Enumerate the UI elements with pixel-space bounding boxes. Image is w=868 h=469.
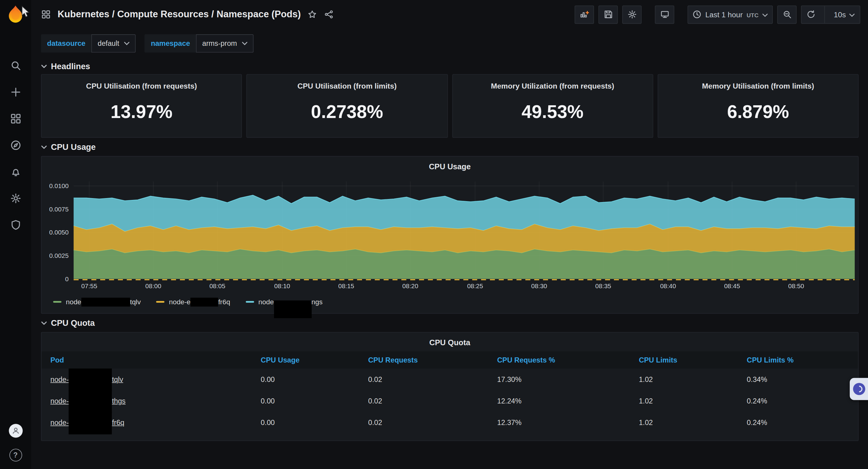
variable-label: namespace — [145, 34, 196, 53]
redaction-box — [81, 297, 130, 306]
panel-title[interactable]: CPU Usage — [41, 162, 858, 171]
pod-name-suffix: tqlv — [112, 375, 123, 383]
user-avatar[interactable] — [8, 424, 23, 438]
variable-value-dropdown[interactable]: arms-prom — [196, 34, 253, 53]
topbar: Kubernetes / Compute Resources / Namespa… — [31, 0, 868, 29]
divider — [824, 6, 825, 23]
pod-link[interactable]: node-thgs — [51, 397, 126, 405]
redaction-box — [191, 297, 218, 306]
chevron-down-icon — [763, 10, 768, 19]
server-admin-shield-icon[interactable] — [10, 219, 21, 230]
column-header-cpu-requests[interactable]: CPU Requests — [359, 351, 488, 369]
svg-text:08:05: 08:05 — [209, 282, 225, 289]
column-header-cpu-limits[interactable]: CPU Limits % — [738, 351, 858, 369]
add-panel-button[interactable] — [575, 5, 594, 23]
grafana-logo-icon[interactable] — [6, 5, 25, 23]
pod-link[interactable]: node-tqlv — [51, 375, 123, 383]
table-cell: 0.34% — [738, 369, 858, 390]
section-header-cpu-quota[interactable]: CPU Quota — [41, 314, 859, 331]
svg-text:0.0025: 0.0025 — [49, 252, 69, 259]
refresh-interval-picker[interactable]: 10s — [829, 6, 860, 23]
redaction-box — [69, 412, 112, 434]
redaction-box — [69, 369, 112, 392]
explore-compass-icon[interactable] — [10, 139, 21, 151]
cpu-usage-chart-panel: CPU Usage 07:5508:0008:0508:1008:1508:20… — [41, 156, 859, 314]
column-header-pod[interactable]: Pod — [41, 351, 252, 369]
legend-item-ngs[interactable]: nodengs — [246, 297, 322, 306]
configuration-gear-icon[interactable] — [10, 193, 21, 204]
pod-name-suffix: thgs — [112, 397, 126, 405]
time-range-picker[interactable]: Last 1 hour UTC — [688, 5, 773, 23]
stat-value: 6.879% — [727, 86, 789, 137]
table-cell: 17.30% — [488, 369, 630, 390]
cpu-quota-table-panel: CPU Quota PodCPU UsageCPU RequestsCPU Re… — [41, 332, 859, 441]
grafana-dashboard: ? Kubernetes / Compute Resources / Names… — [0, 0, 868, 469]
table-cell: 1.02 — [630, 412, 738, 433]
svg-text:0.0075: 0.0075 — [49, 206, 69, 213]
legend-series-suffix: fr6q — [218, 298, 230, 306]
refresh-button[interactable] — [802, 6, 820, 23]
table-cell: 0.02 — [359, 390, 488, 412]
chart-legend: nodetqlvnode-efr6qnodengs — [53, 297, 322, 306]
dashboards-icon[interactable] — [10, 113, 21, 124]
alerting-bell-icon[interactable] — [10, 166, 21, 178]
pod-link[interactable]: node-fr6q — [51, 418, 124, 427]
legend-series-color — [156, 301, 164, 303]
legend-series-prefix: node — [258, 298, 274, 306]
create-plus-icon[interactable] — [10, 87, 21, 98]
svg-text:08:20: 08:20 — [402, 282, 418, 289]
table-cell: 0.00 — [252, 412, 359, 433]
legend-series-prefix: node — [66, 298, 81, 306]
extension-overlay-button[interactable] — [850, 378, 868, 400]
share-icon[interactable] — [324, 9, 334, 20]
column-header-cpu-limits[interactable]: CPU Limits — [630, 351, 738, 369]
refresh-group: 10s — [801, 5, 860, 23]
dashboard-settings-button[interactable] — [622, 5, 642, 23]
legend-item-fr6q[interactable]: node-efr6q — [156, 297, 230, 306]
cpu-usage-chart[interactable]: 07:5508:0008:0508:1008:1508:2008:2508:30… — [41, 157, 858, 313]
section-header-cpu-usage[interactable]: CPU Usage — [41, 138, 859, 155]
table-header-row: PodCPU UsageCPU RequestsCPU Requests %CP… — [41, 351, 858, 369]
legend-series-color — [53, 301, 61, 303]
cpu-quota-table: PodCPU UsageCPU RequestsCPU Requests %CP… — [41, 351, 858, 433]
svg-text:08:25: 08:25 — [467, 282, 483, 289]
table-cell: 0.00 — [252, 390, 359, 412]
variable-value-dropdown[interactable]: default — [92, 34, 136, 53]
refresh-interval-label: 10s — [834, 10, 846, 19]
pod-name-prefix: node- — [51, 418, 69, 427]
svg-text:08:35: 08:35 — [595, 282, 611, 289]
column-header-cpu-usage[interactable]: CPU Usage — [252, 351, 359, 369]
table-cell: 0.24% — [738, 412, 858, 433]
variable-value: arms-prom — [202, 39, 237, 48]
zoom-out-button[interactable] — [777, 5, 797, 23]
dashboard-grid-icon[interactable] — [41, 9, 51, 20]
panel-title[interactable]: CPU Quota — [41, 338, 858, 347]
column-header-cpu-requests[interactable]: CPU Requests % — [488, 351, 630, 369]
stat-value: 49.53% — [521, 86, 583, 137]
tv-mode-button[interactable] — [655, 5, 674, 23]
stat-panel-cpu-util-requests: CPU Utilisation (from requests) 13.97% — [41, 74, 242, 138]
svg-text:08:15: 08:15 — [338, 282, 354, 289]
table-cell: 0.24% — [738, 390, 858, 412]
sidebar: ? — [0, 0, 31, 469]
variable-datasource: datasource default — [41, 34, 136, 53]
legend-item-tqlv[interactable]: nodetqlv — [53, 297, 141, 306]
legend-series-suffix: ngs — [311, 298, 322, 306]
search-icon[interactable] — [10, 60, 21, 71]
table-cell: 0.02 — [359, 369, 488, 390]
stat-value: 0.2738% — [311, 86, 383, 137]
stat-value: 13.97% — [111, 86, 173, 137]
variable-namespace: namespace arms-prom — [145, 34, 254, 53]
section-title: CPU Quota — [51, 318, 95, 327]
stat-panel-cpu-util-limits: CPU Utilisation (from limits) 0.2738% — [246, 74, 448, 138]
svg-text:0.0050: 0.0050 — [49, 229, 69, 236]
svg-text:0.0100: 0.0100 — [49, 182, 69, 189]
variable-value: default — [98, 39, 119, 48]
help-icon[interactable]: ? — [9, 449, 22, 461]
redaction-box — [274, 300, 311, 318]
legend-series-suffix: tqlv — [130, 298, 141, 306]
table-row: node-tqlv0.000.0217.30%1.020.34% — [41, 369, 858, 390]
section-header-headlines[interactable]: Headlines — [41, 57, 859, 74]
star-icon[interactable] — [307, 9, 317, 20]
save-dashboard-button[interactable] — [598, 5, 618, 23]
